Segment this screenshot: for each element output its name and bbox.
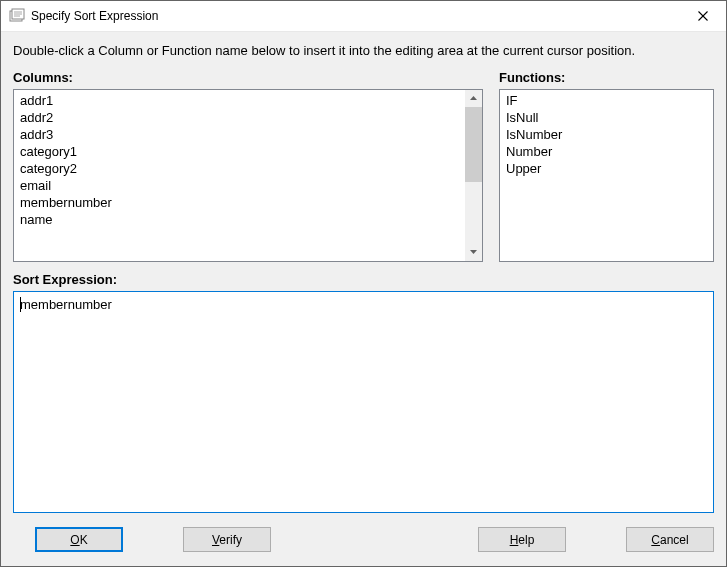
button-row: OK Verify Help Cancel [13,513,714,554]
list-item[interactable]: email [18,177,478,194]
list-item[interactable]: addr1 [18,92,478,109]
instructions-text: Double-click a Column or Function name b… [13,42,714,60]
lists-row: Columns: addr1 addr2 addr3 category1 cat… [13,70,714,262]
scroll-thumb[interactable] [465,107,482,182]
scrollbar[interactable] [465,90,482,261]
columns-listbox[interactable]: addr1 addr2 addr3 category1 category2 em… [13,89,483,262]
svg-marker-8 [470,250,477,254]
dialog-window: Specify Sort Expression Double-click a C… [0,0,727,567]
functions-label: Functions: [499,70,714,85]
list-item[interactable]: Number [504,143,709,160]
scroll-track[interactable] [465,107,482,244]
functions-section: Functions: IF IsNull IsNumber Number Upp… [499,70,714,262]
svg-marker-7 [470,96,477,100]
list-item[interactable]: Upper [504,160,709,177]
expression-input[interactable]: membernumber [13,291,714,513]
content-area: Double-click a Column or Function name b… [1,32,726,566]
expression-label: Sort Expression: [13,272,714,287]
app-icon [9,8,25,24]
columns-label: Columns: [13,70,483,85]
list-item[interactable]: addr2 [18,109,478,126]
list-item[interactable]: IF [504,92,709,109]
columns-section: Columns: addr1 addr2 addr3 category1 cat… [13,70,483,262]
list-item[interactable]: membernumber [18,194,478,211]
ok-button[interactable]: OK [35,527,123,552]
verify-button[interactable]: Verify [183,527,271,552]
cancel-button[interactable]: Cancel [626,527,714,552]
expression-value: membernumber [20,297,112,312]
list-item[interactable]: name [18,211,478,228]
list-item[interactable]: IsNumber [504,126,709,143]
titlebar: Specify Sort Expression [1,1,726,32]
help-button[interactable]: Help [478,527,566,552]
expression-section: Sort Expression: membernumber [13,272,714,513]
scroll-down-icon[interactable] [465,244,482,261]
close-button[interactable] [680,1,726,31]
functions-listbox[interactable]: IF IsNull IsNumber Number Upper [499,89,714,262]
list-item[interactable]: IsNull [504,109,709,126]
list-item[interactable]: addr3 [18,126,478,143]
window-title: Specify Sort Expression [31,9,680,23]
list-item[interactable]: category2 [18,160,478,177]
scroll-up-icon[interactable] [465,90,482,107]
list-item[interactable]: category1 [18,143,478,160]
